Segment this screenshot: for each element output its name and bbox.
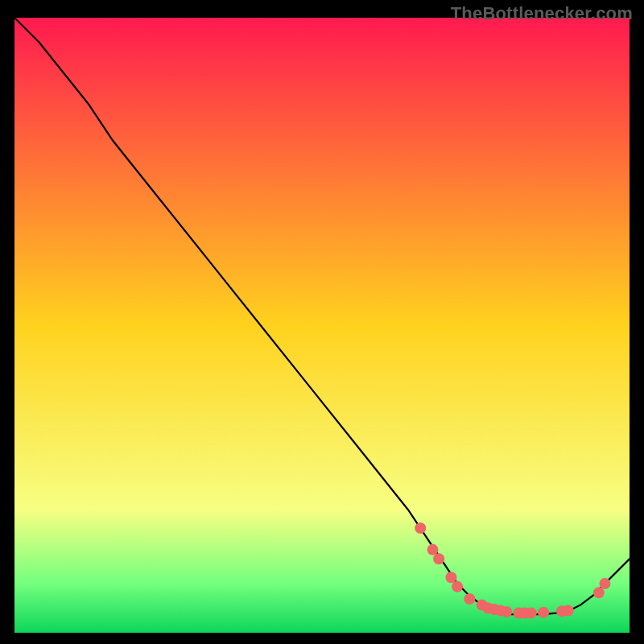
plot-area — [14, 18, 630, 633]
gradient-background — [14, 18, 630, 633]
data-marker — [563, 605, 574, 617]
data-marker — [452, 581, 463, 592]
data-marker — [599, 578, 610, 589]
data-marker — [427, 544, 439, 555]
data-marker — [593, 587, 605, 598]
chart-stage: TheBottlenecker.com — [0, 0, 644, 644]
data-marker — [415, 522, 426, 534]
data-marker — [433, 553, 444, 564]
data-marker — [501, 606, 512, 617]
data-marker — [538, 607, 549, 618]
data-marker — [526, 608, 537, 619]
watermark-text: TheBottlenecker.com — [451, 3, 633, 24]
chart-svg — [14, 18, 630, 633]
data-marker — [445, 572, 456, 583]
data-marker — [464, 593, 475, 605]
